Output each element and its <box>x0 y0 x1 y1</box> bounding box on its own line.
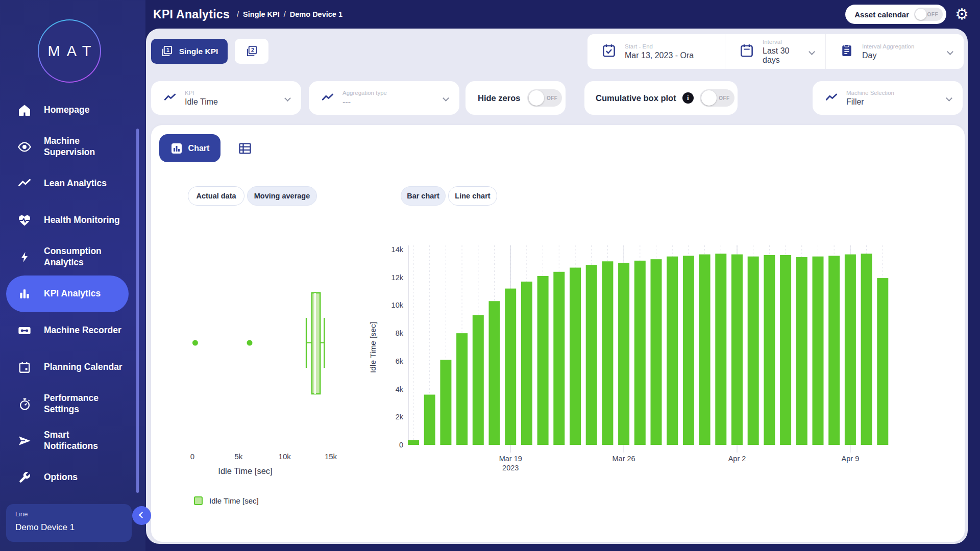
bar <box>586 265 597 445</box>
cumulative-box-plot-switch[interactable]: OFF <box>700 89 734 107</box>
hide-zeros-label: Hide zeros <box>478 93 520 103</box>
recorder-icon <box>17 323 32 338</box>
calendar-check-icon <box>601 43 617 60</box>
sidebar-item-kpi-analytics[interactable]: KPI Analytics <box>6 276 129 312</box>
date-range-card: Start - End Mar 13, 2023 - Ora Interval … <box>587 34 964 69</box>
bar <box>861 254 872 445</box>
svg-text:2023: 2023 <box>502 464 519 472</box>
svg-text:Idle Time [sec]: Idle Time [sec] <box>218 466 272 475</box>
breadcrumb-demo-device[interactable]: Demo Device 1 <box>290 10 342 18</box>
interval-aggregation-value: Day <box>862 51 914 60</box>
chart-tab-label: Chart <box>188 144 210 153</box>
bar <box>651 259 662 445</box>
bar-chart-chip[interactable]: Bar chart <box>401 186 446 206</box>
bar <box>489 301 500 445</box>
bar <box>699 255 710 445</box>
line-chart-chip[interactable]: Line chart <box>448 186 497 206</box>
sidebar-item-options[interactable]: Options <box>6 459 129 496</box>
hide-zeros-switch[interactable]: OFF <box>527 89 562 107</box>
interval-field[interactable]: Interval Last 30 days <box>725 34 825 69</box>
sidebar-scrollbar[interactable] <box>136 129 139 493</box>
box-plot-chart[interactable]: 05k10k15kIdle Time [sec] <box>151 232 376 482</box>
sidebar-item-lean-analytics[interactable]: Lean Analytics <box>6 165 129 202</box>
device-type-label: Line <box>15 510 122 518</box>
toggle-state-label: OFF <box>927 12 939 17</box>
trend-icon <box>825 91 838 105</box>
table-view-tab[interactable] <box>234 138 256 159</box>
device-name: Demo Device 1 <box>15 522 122 533</box>
single-kpi-tab[interactable]: 1 Single KPI <box>151 39 228 64</box>
svg-text:12k: 12k <box>391 273 404 282</box>
sidebar-item-performance-settings[interactable]: Performance Settings <box>6 386 129 422</box>
svg-text:10k: 10k <box>279 452 291 461</box>
svg-text:0: 0 <box>399 441 403 449</box>
interval-value: Last 30 days <box>763 46 801 65</box>
bar <box>877 278 888 445</box>
svg-text:14k: 14k <box>391 245 404 254</box>
bolt-icon <box>17 250 32 264</box>
machine-selection-label: Machine Selection <box>846 90 894 96</box>
sidebar-item-smart-notifications[interactable]: Smart Notifications <box>6 422 129 459</box>
bar-chart-icon <box>17 287 32 301</box>
bar-chart[interactable]: Mar 192023Mar 26Apr 2Apr 902k4k6k8k10k12… <box>365 232 970 487</box>
chart-view-tab[interactable]: Chart <box>159 134 220 162</box>
aggregation-type-value: --- <box>342 97 387 107</box>
multi-kpi-icon: 2 <box>246 45 258 58</box>
sidebar-item-machine-recorder[interactable]: Machine Recorder <box>6 312 129 349</box>
bar <box>667 257 678 445</box>
toggle-state-label: OFF <box>719 95 730 101</box>
breadcrumb-separator: / <box>284 10 286 18</box>
selected-device-card[interactable]: Line Demo Device 1 <box>6 504 132 542</box>
bar <box>715 254 726 445</box>
chart-panel: Chart Actual data Moving average Bar cha… <box>151 125 965 542</box>
sidebar-item-consumption-analytics[interactable]: Consumption Analytics <box>6 239 129 276</box>
settings-gear-icon[interactable]: ⚙ <box>955 5 969 23</box>
top-header: KPI Analytics / Single KPI / Demo Device… <box>0 0 980 29</box>
start-end-field[interactable]: Start - End Mar 13, 2023 - Ora <box>587 34 725 69</box>
moving-average-chip[interactable]: Moving average <box>247 186 317 206</box>
interval-aggregation-field[interactable]: Interval Aggregation Day <box>825 34 964 69</box>
sidebar-item-machine-supervision[interactable]: Machine Supervision <box>6 129 129 165</box>
sidebar-item-health-monitoring[interactable]: Health Monitoring <box>6 202 129 239</box>
calendar-icon <box>17 360 32 374</box>
kpi-value: Idle Time <box>185 97 218 107</box>
sidebar-item-planning-calendar[interactable]: Planning Calendar <box>6 349 129 386</box>
heart-pulse-icon <box>17 213 32 228</box>
bar <box>456 333 468 445</box>
aggregation-type-select[interactable]: Aggregation type --- <box>309 81 459 115</box>
cumulative-box-plot-label: Cumulative box plot <box>596 93 676 103</box>
kpi-select[interactable]: KPI Idle Time <box>151 81 301 115</box>
svg-text:Mar 26: Mar 26 <box>612 455 635 463</box>
breadcrumb-single-kpi[interactable]: Single KPI <box>243 10 280 18</box>
svg-text:Idle Time [sec]: Idle Time [sec] <box>369 322 377 373</box>
bar <box>764 255 775 445</box>
aggregation-type-label: Aggregation type <box>342 90 387 96</box>
calendar-icon <box>739 43 754 60</box>
actual-data-chip[interactable]: Actual data <box>188 186 244 206</box>
sidebar-item-homepage[interactable]: Homepage <box>6 92 129 129</box>
sidebar-collapse-button[interactable] <box>132 506 151 525</box>
wrench-icon <box>17 470 32 485</box>
chart-legend[interactable]: Idle Time [sec] <box>194 496 259 505</box>
hide-zeros-control: Hide zeros OFF <box>465 81 566 115</box>
bar <box>828 256 840 445</box>
asset-calendar-switch[interactable]: OFF <box>914 8 943 21</box>
bar <box>748 257 759 445</box>
sidebar-menu: Homepage Machine Supervision Lean Analyt… <box>0 92 145 496</box>
svg-text:4k: 4k <box>396 385 404 393</box>
bar <box>570 268 581 445</box>
chevron-down-icon <box>947 48 953 55</box>
chevron-down-icon <box>284 95 291 102</box>
cumulative-box-plot-control: Cumulative box plot i OFF <box>584 81 738 115</box>
asset-calendar-label: Asset calendar <box>854 10 909 19</box>
send-icon <box>17 434 32 448</box>
info-icon[interactable]: i <box>682 92 694 104</box>
toggle-knob <box>915 9 926 20</box>
bar <box>618 263 629 445</box>
svg-text:Apr 9: Apr 9 <box>842 455 860 463</box>
multi-kpi-tab[interactable]: 2 <box>235 39 268 64</box>
bar <box>553 272 565 445</box>
svg-text:15k: 15k <box>325 452 337 461</box>
machine-selection-select[interactable]: Machine Selection Filler <box>813 81 963 115</box>
asset-calendar-toggle-pill[interactable]: Asset calendar OFF <box>845 5 946 24</box>
